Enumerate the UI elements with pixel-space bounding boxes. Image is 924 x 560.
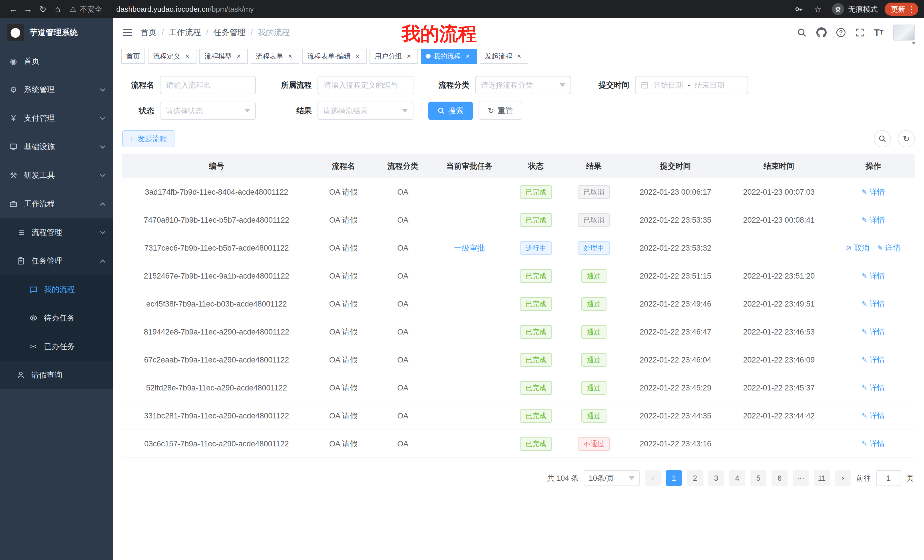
password-key-icon[interactable] <box>794 4 804 14</box>
breadcrumb-item-workflow[interactable]: 工作流程 <box>169 27 201 38</box>
sidebar-item-label: 研发工具 <box>24 170 55 180</box>
browser-forward-icon[interactable]: → <box>21 2 35 16</box>
github-icon[interactable] <box>816 27 826 38</box>
detail-link[interactable]: ✎详情 <box>861 411 885 421</box>
start-date-placeholder: 开始日期 <box>653 80 683 90</box>
tab-process-form-edit[interactable]: 流程表单-编辑× <box>302 49 367 64</box>
hamburger-icon[interactable] <box>122 28 132 37</box>
create-process-button[interactable]: + 发起流程 <box>122 130 174 147</box>
help-icon[interactable]: ? <box>836 28 846 37</box>
close-icon[interactable]: × <box>515 52 523 60</box>
category-select[interactable]: 请选择流程分类 <box>475 76 571 94</box>
page-button-2[interactable]: 2 <box>687 470 703 486</box>
browser-menu-icon[interactable]: ⋮ <box>908 4 915 14</box>
prev-page-button[interactable]: ‹ <box>645 470 661 486</box>
close-icon[interactable]: × <box>235 52 243 60</box>
tab-user-group[interactable]: 用户分组× <box>369 49 418 64</box>
sidebar-item-todo-tasks[interactable]: 待办任务 <box>0 304 113 332</box>
detail-link[interactable]: ✎详情 <box>861 299 885 309</box>
sidebar-item-done-tasks[interactable]: ✂ 已办任务 <box>0 332 113 361</box>
sidebar-item-task-mgmt[interactable]: 任务管理 <box>0 247 113 275</box>
sidebar-item-leave-query[interactable]: 请假查询 <box>0 361 113 389</box>
close-icon[interactable]: × <box>464 52 472 60</box>
cell-submit-time: 2022-01-22 23:45:29 <box>625 374 726 402</box>
result-badge: 不通过 <box>578 437 610 451</box>
more-pages-button[interactable]: ··· <box>793 470 808 486</box>
refresh-icon: ↻ <box>488 106 494 115</box>
user-icon <box>16 371 26 379</box>
edit-icon: ✎ <box>877 244 883 252</box>
sidebar-item-home[interactable]: ◉ 首页 <box>0 47 113 75</box>
tab-start-process[interactable]: 发起流程× <box>480 49 528 64</box>
page-button-4[interactable]: 4 <box>729 470 745 486</box>
page-button-3[interactable]: 3 <box>708 470 724 486</box>
close-icon[interactable]: × <box>354 52 362 60</box>
tab-home[interactable]: 首页 <box>121 49 145 64</box>
filter-label-status: 状态 <box>122 106 154 116</box>
process-name-input[interactable] <box>160 76 256 94</box>
detail-link[interactable]: ✎详情 <box>861 215 885 225</box>
detail-link[interactable]: ✎详情 <box>861 383 885 393</box>
detail-link[interactable]: ✎详情 <box>861 327 885 337</box>
user-menu[interactable] <box>893 24 915 40</box>
sidebar-item-my-process[interactable]: 我的流程 <box>0 275 113 304</box>
browser-back-icon[interactable]: ← <box>6 2 21 16</box>
search-icon[interactable] <box>797 28 807 37</box>
avatar[interactable] <box>893 24 915 40</box>
tab-my-process[interactable]: 我的流程× <box>421 49 477 64</box>
goto-page-input[interactable] <box>876 470 901 486</box>
cell-name: OA 请假 <box>311 402 376 430</box>
submit-time-range-picker[interactable]: 开始日期 - 结束日期 <box>635 76 748 94</box>
cell-submit-time: 2022-01-22 23:51:15 <box>625 262 726 290</box>
page-size-select[interactable]: 10条/页 <box>584 470 640 486</box>
parent-process-input[interactable] <box>318 76 414 94</box>
refresh-table-button[interactable]: ↻ <box>898 130 915 147</box>
sidebar-item-dev-tools[interactable]: ⚒ 研发工具 <box>0 161 113 190</box>
current-task-link[interactable]: 一级审批 <box>454 243 485 253</box>
detail-link[interactable]: ✎详情 <box>861 187 885 197</box>
cancel-link[interactable]: ⊘取消 <box>846 243 869 253</box>
sidebar-item-infra[interactable]: 基础设施 <box>0 132 113 161</box>
app-logo-row[interactable]: 芋道管理系统 <box>0 18 113 47</box>
breadcrumb-item-home[interactable]: 首页 <box>141 27 156 38</box>
sidebar-item-system[interactable]: ⚙ 系统管理 <box>0 75 113 104</box>
page-button-5[interactable]: 5 <box>750 470 766 486</box>
status-select[interactable]: 请选择状态 <box>160 102 256 120</box>
detail-link[interactable]: ✎详情 <box>861 439 885 449</box>
col-submit-time: 提交时间 <box>625 154 726 178</box>
bookmark-star-icon[interactable]: ☆ <box>810 2 825 16</box>
close-icon[interactable]: × <box>286 52 294 60</box>
page-button-6[interactable]: 6 <box>771 470 788 486</box>
browser-reload-icon[interactable]: ↻ <box>35 2 50 16</box>
page-button-last[interactable]: 11 <box>814 470 830 486</box>
cell-name: OA 请假 <box>311 206 376 234</box>
tab-process-model[interactable]: 流程模型× <box>199 49 248 64</box>
browser-home-icon[interactable]: ⌂ <box>50 2 65 16</box>
close-icon[interactable]: × <box>405 52 413 60</box>
result-badge: 通过 <box>581 325 606 339</box>
next-page-button[interactable]: › <box>835 470 851 486</box>
search-button[interactable]: 搜索 <box>428 102 473 120</box>
detail-link[interactable]: ✎详情 <box>877 243 901 253</box>
col-id: 编号 <box>122 154 311 178</box>
sidebar-item-payment[interactable]: ¥ 支付管理 <box>0 104 113 132</box>
fullscreen-icon[interactable] <box>855 28 864 37</box>
address-bar[interactable]: ⚠ 不安全 dashboard.yudao.iocoder.cn /bpm/ta… <box>70 4 794 14</box>
detail-link[interactable]: ✎详情 <box>861 355 885 365</box>
close-icon[interactable]: × <box>183 52 191 60</box>
sidebar-item-process-mgmt[interactable]: 流程管理 <box>0 218 113 247</box>
tab-process-definition[interactable]: 流程定义× <box>148 49 196 64</box>
breadcrumb-item-task-mgmt[interactable]: 任务管理 <box>214 27 246 38</box>
browser-update-button[interactable]: 更新 ⋮ <box>885 3 918 16</box>
tab-process-form[interactable]: 流程表单× <box>251 49 299 64</box>
page-button-1[interactable]: 1 <box>666 470 682 486</box>
table-row: 52ffd28e-7b9a-11ec-a290-acde48001122 OA … <box>122 374 915 402</box>
reset-button[interactable]: ↻ 重置 <box>478 102 522 120</box>
detail-link[interactable]: ✎详情 <box>861 271 885 281</box>
sidebar-item-workflow[interactable]: 工作流程 <box>0 190 113 218</box>
result-select[interactable]: 请选择流结果 <box>318 102 414 120</box>
show-search-toggle-button[interactable] <box>874 130 891 147</box>
select-placeholder: 请选择流程分类 <box>481 80 533 90</box>
font-size-icon[interactable]: TT <box>874 27 884 38</box>
browser-toolbar: ← → ↻ ⌂ ⚠ 不安全 dashboard.yudao.iocoder.cn… <box>0 0 924 18</box>
